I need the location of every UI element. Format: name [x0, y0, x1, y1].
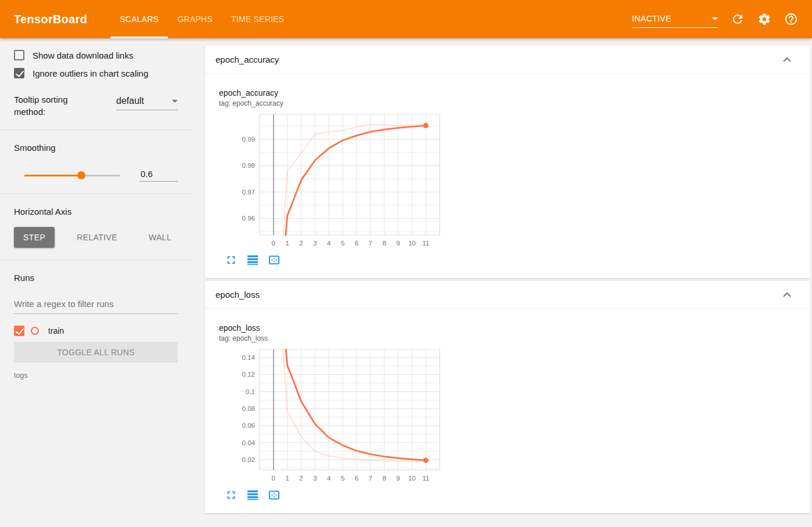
svg-text:7: 7 [369, 240, 372, 247]
runs-heading: Runs [14, 272, 178, 284]
svg-text:4: 4 [327, 240, 331, 247]
svg-text:0.08: 0.08 [242, 405, 255, 412]
svg-text:0.06: 0.06 [242, 422, 255, 429]
refresh-icon [731, 12, 745, 26]
toggle-y-axis-button[interactable] [246, 489, 259, 501]
svg-text:0.1: 0.1 [246, 388, 255, 395]
smoothing-slider[interactable] [24, 171, 120, 179]
run-color-swatch [31, 327, 39, 335]
settings-button[interactable] [757, 12, 771, 26]
chart-tag: tag: epoch_accuracy [219, 99, 796, 107]
svg-text:5: 5 [341, 475, 344, 482]
ignore-outliers-row[interactable]: Ignore outliers in chart scaling [14, 68, 178, 78]
svg-text:8: 8 [382, 475, 386, 482]
axis-step-button[interactable]: STEP [14, 227, 55, 248]
toggle-all-runs-button[interactable]: TOGGLE ALL RUNS [14, 342, 178, 363]
svg-text:3: 3 [313, 240, 317, 247]
toggle-y-axis-button[interactable] [246, 254, 259, 266]
run-row-train[interactable]: train [14, 326, 178, 336]
expand-card-button[interactable] [225, 254, 238, 266]
reload-status-dropdown[interactable]: INACTIVE [632, 14, 718, 28]
tooltip-sorting-dropdown[interactable]: default [116, 96, 178, 110]
tab-time-series[interactable]: TIME SERIES [222, 0, 293, 38]
axis-relative-button[interactable]: RELATIVE [67, 227, 127, 248]
card-epoch-loss-header[interactable]: epoch_loss [205, 281, 810, 309]
runs-section: Runs train TOGGLE ALL RUNS logs [0, 260, 192, 391]
card-epoch-accuracy: epoch_accuracy epoch_accuracy tag: epoch… [205, 46, 810, 278]
dashboard-main: epoch_accuracy epoch_accuracy tag: epoch… [192, 38, 812, 527]
reload-status-label: INACTIVE [632, 14, 671, 23]
card-epoch-loss-body: epoch_loss tag: epoch_loss 0.020.040.060… [205, 309, 810, 513]
tooltip-sorting-value: default [116, 96, 144, 106]
svg-text:1: 1 [285, 475, 289, 482]
y-axis-lines-icon [246, 254, 259, 266]
smoothing-section: Smoothing 0.6 [0, 130, 192, 194]
card-title: epoch_accuracy [215, 55, 279, 64]
runs-filter-input[interactable] [14, 297, 178, 314]
svg-text:4: 4 [327, 475, 331, 482]
fit-to-box-icon [268, 489, 281, 501]
svg-text:6: 6 [355, 240, 358, 247]
svg-text:0.98: 0.98 [242, 162, 255, 169]
svg-text:7: 7 [369, 475, 372, 482]
svg-text:0: 0 [272, 240, 275, 247]
svg-text:0.04: 0.04 [242, 439, 256, 446]
show-download-links-row[interactable]: Show data download links [14, 50, 178, 60]
svg-text:9: 9 [396, 240, 400, 247]
run-train-checkbox[interactable] [14, 326, 24, 336]
card-epoch-accuracy-header[interactable]: epoch_accuracy [205, 46, 810, 74]
axis-wall-button[interactable]: WALL [139, 227, 181, 248]
svg-text:0.12: 0.12 [242, 371, 255, 378]
general-settings-section: Show data download links Ignore outliers… [0, 38, 192, 130]
chevron-down-icon [172, 100, 178, 103]
chevron-up-icon[interactable] [783, 57, 791, 62]
svg-text:0.97: 0.97 [242, 189, 255, 196]
app-title: TensorBoard [14, 0, 87, 38]
svg-text:11: 11 [422, 475, 429, 482]
svg-text:2: 2 [299, 475, 303, 482]
chevron-down-icon [712, 17, 718, 20]
logdir-label: logs [14, 371, 178, 380]
smoothing-slider-thumb[interactable] [77, 171, 85, 179]
svg-text:2: 2 [299, 240, 303, 247]
fit-domain-button[interactable] [268, 254, 281, 266]
card-epoch-accuracy-body: epoch_accuracy tag: epoch_accuracy 0.960… [205, 74, 810, 278]
help-button[interactable] [784, 12, 798, 26]
svg-text:10: 10 [408, 240, 416, 247]
ignore-outliers-label: Ignore outliers in chart scaling [33, 68, 148, 78]
smoothing-value-field[interactable]: 0.6 [139, 169, 178, 182]
gear-icon [757, 12, 771, 26]
fullscreen-icon [225, 254, 238, 266]
svg-text:0: 0 [272, 475, 275, 482]
smoothing-slider-fill [24, 175, 81, 176]
horizontal-axis-section: Horizontal Axis STEP RELATIVE WALL [0, 194, 192, 260]
card-title: epoch_loss [215, 290, 260, 299]
horizontal-axis-label: Horizontal Axis [14, 205, 178, 218]
svg-text:3: 3 [313, 475, 317, 482]
epoch-loss-chart[interactable]: 0.020.040.060.080.10.120.140123456789101… [219, 346, 447, 483]
svg-text:0.96: 0.96 [242, 215, 255, 222]
expand-card-button[interactable] [225, 489, 238, 501]
svg-text:0.99: 0.99 [242, 136, 255, 143]
epoch-accuracy-chart[interactable]: 0.960.970.980.9901234567891011 [219, 111, 447, 248]
svg-text:1: 1 [285, 240, 289, 247]
fit-domain-button[interactable] [268, 489, 281, 501]
refresh-button[interactable] [731, 12, 745, 26]
chart-tag: tag: epoch_loss [219, 334, 796, 342]
card-epoch-loss: epoch_loss epoch_loss tag: epoch_loss 0.… [205, 281, 810, 513]
fullscreen-icon [225, 489, 238, 501]
svg-text:10: 10 [408, 475, 416, 482]
help-icon [784, 12, 798, 26]
ignore-outliers-checkbox[interactable] [14, 68, 24, 78]
topbar: TensorBoard SCALARS GRAPHS TIME SERIES I… [0, 0, 812, 38]
svg-text:0.14: 0.14 [242, 354, 256, 361]
tab-graphs[interactable]: GRAPHS [168, 0, 222, 38]
svg-text:9: 9 [396, 475, 400, 482]
settings-sidebar: Show data download links Ignore outliers… [0, 38, 192, 527]
chevron-up-icon[interactable] [783, 292, 791, 297]
show-download-links-checkbox[interactable] [14, 50, 24, 60]
svg-text:8: 8 [382, 240, 386, 247]
tooltip-sorting-label: Tooltip sorting method: [14, 93, 89, 118]
tab-scalars[interactable]: SCALARS [110, 0, 168, 38]
tab-bar: SCALARS GRAPHS TIME SERIES [110, 0, 293, 38]
